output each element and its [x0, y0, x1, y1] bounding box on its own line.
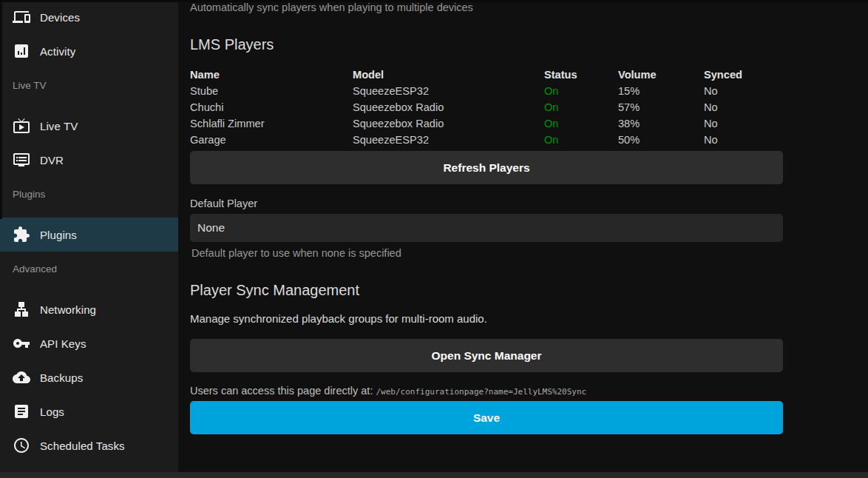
table-row: Chuchi Squeezebox Radio On 57% No [190, 99, 783, 115]
sidebar-item-label: Live TV [40, 120, 78, 132]
sidebar-item-devices[interactable]: Devices [0, 0, 178, 34]
player-volume: 57% [618, 99, 704, 115]
lms-players-table: Name Model Status Volume Synced Stube Sq… [190, 67, 783, 148]
sidebar-item-label: Activity [40, 45, 75, 58]
sidebar-item-label: Backups [40, 371, 83, 384]
sidebar-item-logs[interactable]: Logs [0, 394, 178, 428]
column-header-synced: Synced [704, 67, 783, 83]
player-volume: 38% [618, 115, 704, 132]
devices-icon [13, 8, 30, 26]
sidebar-item-live-tv[interactable]: Live TV [0, 109, 178, 143]
plugins-icon [13, 226, 30, 243]
player-volume: 50% [618, 132, 704, 148]
player-name: Stube [190, 83, 353, 99]
sidebar-item-label: Plugins [40, 229, 77, 241]
default-player-label: Default Player [190, 198, 783, 209]
sidebar-item-label: Networking [40, 303, 96, 316]
left-edge-strip [0, 0, 2, 219]
scheduled-tasks-icon [13, 437, 30, 454]
table-row: Stube SqueezeESP32 On 15% No [190, 83, 783, 99]
dvr-icon [13, 151, 30, 169]
dashboard-sidebar: Devices Activity Live TV Live TV DVR Plu… [0, 0, 178, 472]
app-window: Devices Activity Live TV Live TV DVR Plu… [0, 0, 868, 478]
auto-sync-help-text: Automatically sync players when playing … [190, 1, 783, 14]
api-keys-icon [13, 334, 30, 352]
refresh-players-button[interactable]: Refresh Players [190, 151, 783, 184]
sidebar-section-plugins: Plugins [0, 187, 178, 202]
top-edge-strip [0, 0, 868, 2]
player-name: Garage [190, 132, 353, 148]
sidebar-item-backups[interactable]: Backups [0, 360, 178, 394]
player-synced: No [704, 132, 783, 148]
networking-icon [13, 300, 30, 318]
player-status: On [544, 132, 618, 148]
player-synced: No [704, 115, 783, 132]
default-player-help-text: Default player to use when none is speci… [190, 247, 783, 260]
default-player-select[interactable]: None [190, 214, 783, 242]
open-sync-manager-button[interactable]: Open Sync Manager [190, 339, 783, 372]
live-tv-icon [13, 117, 30, 135]
sidebar-item-networking[interactable]: Networking [0, 292, 178, 326]
column-header-model: Model [353, 67, 544, 83]
sidebar-item-scheduled-tasks[interactable]: Scheduled Tasks [0, 428, 178, 462]
column-header-name: Name [190, 67, 353, 83]
direct-access-text: Users can access this page directly at: [190, 385, 373, 397]
direct-access-url: /web/configurationpage?name=JellyLMS%20S… [376, 387, 586, 397]
player-model: SqueezeESP32 [353, 83, 544, 99]
sidebar-section-advanced: Advanced [0, 262, 178, 277]
plugin-config-content: Automatically sync players when playing … [178, 0, 868, 472]
player-status: On [544, 115, 618, 132]
sidebar-item-api-keys[interactable]: API Keys [0, 326, 178, 360]
player-synced: No [704, 83, 783, 99]
player-status: On [544, 99, 618, 115]
default-player-selected-value: None [197, 221, 225, 235]
table-row: Schlafli Zimmer Squeezebox Radio On 38% … [190, 115, 783, 132]
sidebar-item-label: Logs [40, 405, 64, 418]
activity-icon [13, 42, 30, 60]
table-header-row: Name Model Status Volume Synced [190, 67, 783, 83]
sidebar-item-label: Scheduled Tasks [40, 440, 125, 452]
horizontal-scrollbar-track[interactable] [0, 472, 868, 478]
column-header-volume: Volume [618, 67, 704, 83]
sidebar-item-label: API Keys [40, 337, 87, 350]
player-status: On [544, 83, 618, 99]
sidebar-item-label: DVR [40, 154, 64, 166]
player-sync-title: Player Sync Management [190, 282, 783, 299]
sidebar-item-plugins[interactable]: Plugins [0, 218, 178, 252]
sidebar-item-label: Devices [40, 11, 80, 24]
backups-icon [13, 368, 30, 386]
sidebar-section-live-tv: Live TV [0, 78, 178, 93]
player-volume: 15% [618, 83, 704, 99]
sidebar-item-dvr[interactable]: DVR [0, 143, 178, 177]
column-header-status: Status [544, 67, 618, 83]
player-model: Squeezebox Radio [353, 99, 544, 115]
player-synced: No [704, 99, 783, 115]
player-model: SqueezeESP32 [353, 132, 544, 148]
save-button[interactable]: Save [190, 401, 783, 434]
lms-players-title: LMS Players [190, 36, 783, 53]
player-model: Squeezebox Radio [353, 115, 544, 132]
player-name: Schlafli Zimmer [190, 115, 353, 132]
direct-access-line: Users can access this page directly at: … [190, 385, 783, 397]
player-sync-description: Manage synchronized playback groups for … [190, 312, 783, 325]
logs-icon [13, 403, 30, 420]
player-name: Chuchi [190, 99, 353, 115]
table-row: Garage SqueezeESP32 On 50% No [190, 132, 783, 148]
sidebar-item-activity[interactable]: Activity [0, 34, 178, 68]
